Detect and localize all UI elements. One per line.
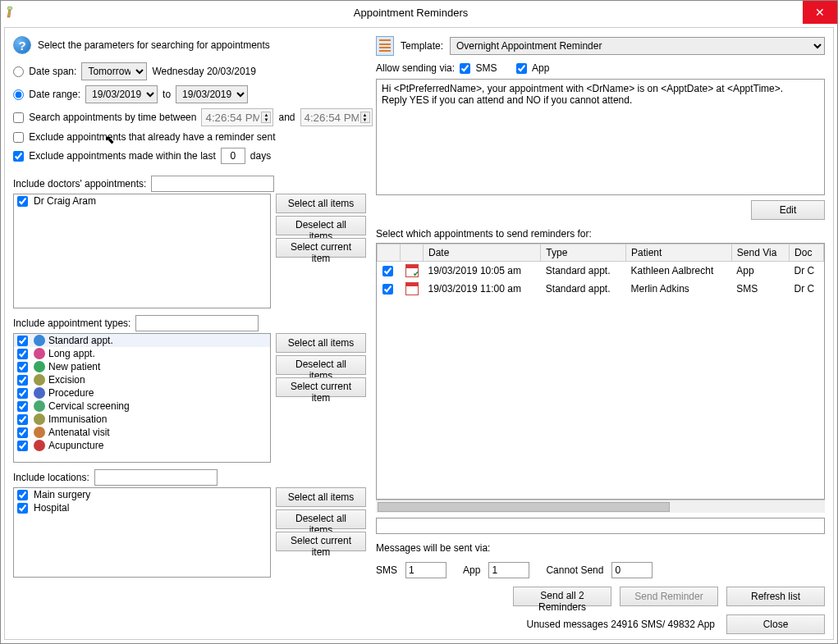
types-filter[interactable] <box>135 315 259 331</box>
select-current-button[interactable]: Select current item <box>276 238 366 258</box>
doctors-label: Include doctors' appointments: <box>13 178 146 190</box>
app-label: App <box>463 564 480 576</box>
exclude-recent-check[interactable]: Exclude appointments made within the las… <box>13 150 216 162</box>
template-icon <box>376 36 394 56</box>
and-label: and <box>278 112 295 123</box>
col-icon[interactable] <box>401 244 424 262</box>
list-item[interactable]: Dr Craig Aram <box>14 194 270 208</box>
appt-type-icon <box>34 427 45 438</box>
allow-sms-check[interactable]: SMS <box>460 62 497 74</box>
locations-label: Include locations: <box>13 472 89 483</box>
exclude-recent-days[interactable] <box>221 148 245 164</box>
filter-input[interactable] <box>376 518 825 534</box>
table-row[interactable]: 19/03/2019 10:05 amStandard appt.Kathlee… <box>378 262 824 281</box>
cell-via: SMS <box>731 280 789 298</box>
appt-type-icon <box>34 440 45 451</box>
select-all-button[interactable]: Select all items <box>276 487 366 507</box>
spin-icon[interactable]: ▲▼ <box>360 112 370 123</box>
appt-type-icon <box>34 400 45 412</box>
appt-type-name: Excision <box>48 374 85 386</box>
list-item[interactable]: Cervical screening <box>14 400 270 413</box>
app-icon <box>6 6 19 19</box>
col-type[interactable]: Type <box>541 244 626 262</box>
date-range-radio[interactable]: Date range: <box>13 89 80 100</box>
doctor-check[interactable] <box>17 196 28 207</box>
row-check[interactable] <box>382 284 393 295</box>
allow-app-check[interactable]: App <box>516 62 549 74</box>
types-buttons: Select all items Deselect all items Sele… <box>276 333 366 397</box>
doctors-filter[interactable] <box>151 176 274 192</box>
svg-point-0 <box>7 7 12 10</box>
window-close-button[interactable]: ✕ <box>803 1 837 24</box>
list-item[interactable]: Hospital <box>14 501 270 514</box>
locations-filter[interactable] <box>94 469 218 486</box>
template-select[interactable]: Overnight Appointment Reminder <box>450 37 825 55</box>
app-count[interactable] <box>488 562 529 578</box>
help-icon: ? <box>13 36 31 54</box>
select-all-button[interactable]: Select all items <box>276 333 366 353</box>
list-item[interactable]: Acupuncture <box>14 439 270 452</box>
time-from[interactable]: ▲▼ <box>201 108 273 126</box>
cell-type: Standard appt. <box>541 262 626 281</box>
list-item[interactable]: Long appt. <box>14 347 270 360</box>
refresh-button[interactable]: Refresh list <box>726 587 825 606</box>
select-all-button[interactable]: Select all items <box>276 194 366 213</box>
cannot-count[interactable] <box>611 562 653 578</box>
select-current-button[interactable]: Select current item <box>276 532 366 551</box>
exclude-sent-row: Exclude appointments that already have a… <box>13 131 366 143</box>
col-date[interactable]: Date <box>424 244 541 262</box>
sms-count[interactable] <box>405 562 446 578</box>
list-item[interactable]: Antenatal visit <box>14 426 270 439</box>
list-item[interactable]: Immunisation <box>14 413 270 426</box>
row-check[interactable] <box>382 266 393 276</box>
send-reminder-button[interactable]: Send Reminder <box>620 587 718 606</box>
list-item[interactable]: Procedure <box>14 386 270 400</box>
date-span-select[interactable]: Tomorrow <box>81 62 147 80</box>
sms-label: SMS <box>376 564 397 576</box>
select-current-button[interactable]: Select current item <box>276 377 366 397</box>
list-item[interactable]: New patient <box>14 360 270 373</box>
locations-buttons: Select all items Deselect all items Sele… <box>276 487 366 551</box>
horizontal-scrollbar[interactable] <box>376 500 825 513</box>
list-item[interactable]: Main surgery <box>14 488 270 501</box>
locations-label-row: Include locations: <box>13 469 366 486</box>
date-from-select[interactable]: 19/03/2019 <box>85 85 158 103</box>
cell-date: 19/03/2019 11:00 am <box>424 280 541 298</box>
appt-type-icon <box>34 387 45 399</box>
spin-icon[interactable]: ▲▼ <box>261 112 271 123</box>
cell-patient: Kathleen Aalbrecht <box>625 262 731 281</box>
send-all-button[interactable]: Send all 2 Reminders <box>513 587 611 606</box>
cell-via: App <box>731 262 789 281</box>
deselect-all-button[interactable]: Deselect all items <box>276 355 366 375</box>
col-patient[interactable]: Patient <box>625 244 731 262</box>
deselect-all-button[interactable]: Deselect all items <box>276 216 366 235</box>
appointments-table: Date Type Patient Send Via Doc 19/03/201… <box>377 244 824 298</box>
cell-doc: Dr C <box>790 262 824 281</box>
search-panel: ? Select the parameters for searching fo… <box>13 36 366 634</box>
table-row[interactable]: 19/03/2019 11:00 amStandard appt.Merlin … <box>378 280 824 298</box>
date-to-select[interactable]: 19/03/2019 <box>176 85 248 103</box>
col-check[interactable] <box>378 244 401 262</box>
message-preview[interactable]: Hi <PtPreferredName>, your appointment w… <box>376 79 825 195</box>
calendar-icon <box>405 264 419 277</box>
col-doc[interactable]: Doc <box>790 244 824 262</box>
time-search-check[interactable]: Search appointments by time between <box>13 112 196 123</box>
types-list[interactable]: Standard appt.Long appt.New patientExcis… <box>13 333 271 463</box>
doctors-label-row: Include doctors' appointments: <box>13 176 366 192</box>
close-button[interactable]: Close <box>726 614 825 634</box>
doctors-list[interactable]: Dr Craig Aram <box>13 194 271 308</box>
status-text: Unused messages 24916 SMS/ 49832 App <box>527 619 716 630</box>
appt-type-icon <box>34 361 45 372</box>
appt-type-name: Cervical screening <box>48 400 130 412</box>
col-sendvia[interactable]: Send Via <box>731 244 789 262</box>
edit-button[interactable]: Edit <box>751 200 825 220</box>
list-item[interactable]: Excision <box>14 373 270 386</box>
time-to[interactable]: ▲▼ <box>300 108 373 126</box>
deselect-all-button[interactable]: Deselect all items <box>276 509 366 529</box>
allow-label: Allow sending via: <box>376 62 455 74</box>
locations-list[interactable]: Main surgery Hospital <box>13 487 271 578</box>
date-span-resolved: Wednesday 20/03/2019 <box>152 66 256 77</box>
list-item[interactable]: Standard appt. <box>14 334 270 347</box>
exclude-sent-check[interactable]: Exclude appointments that already have a… <box>13 131 276 143</box>
date-span-radio[interactable]: Date span: <box>13 66 76 77</box>
